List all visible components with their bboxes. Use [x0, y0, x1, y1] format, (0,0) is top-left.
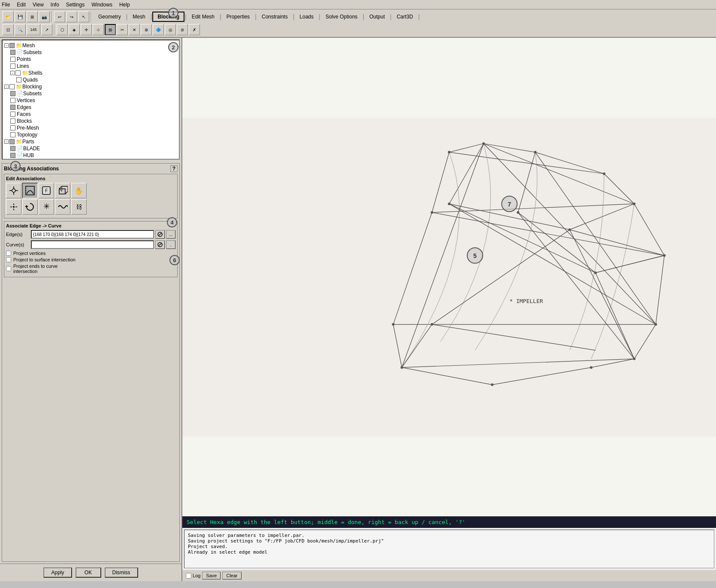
assoc-btn-hand[interactable]: ✋ [71, 183, 87, 198]
tab-solve[interactable]: Solve Options [321, 12, 363, 22]
tb-blk-5-active[interactable]: ⊞ [105, 24, 116, 35]
check-vertices[interactable] [10, 98, 15, 103]
edges-dots-btn[interactable]: ... [166, 230, 175, 239]
assoc-btn-rotate[interactable] [22, 199, 38, 215]
tree-item-hub[interactable]: 📄 HUB [4, 152, 177, 159]
check-hub[interactable] [10, 153, 15, 158]
check-parts[interactable] [9, 139, 15, 144]
tree-item-blade[interactable]: 📄 BLADE [4, 145, 177, 152]
check-blocking[interactable] [9, 84, 15, 89]
tab-properties[interactable]: Properties [222, 12, 255, 22]
check-faces[interactable] [10, 112, 15, 117]
tb-cursor[interactable]: ↖ [78, 11, 89, 22]
tree-item-edges[interactable]: Edges [4, 104, 177, 111]
check-edges[interactable] [10, 105, 15, 110]
tb-145[interactable]: 145 [27, 24, 40, 35]
expand-blocking[interactable]: - [4, 85, 9, 89]
project-ends-check[interactable] [6, 266, 11, 271]
check-shells[interactable] [15, 70, 21, 76]
tb-open[interactable]: 📂 [3, 11, 14, 22]
viewport[interactable]: * IMPELLER 5 7 [182, 38, 716, 516]
menu-view[interactable]: View [33, 2, 44, 8]
tb-grid[interactable]: ⊞ [27, 11, 38, 22]
assoc-btn-vertex[interactable] [6, 183, 21, 198]
tb-blk-7[interactable]: ✕ [129, 24, 140, 35]
tree-item-subsets1[interactable]: 📄 Subsets [4, 49, 177, 56]
tb-arrow[interactable]: ↗ [41, 24, 52, 35]
tree-item-quads[interactable]: Quads [4, 76, 177, 83]
tb-blk-11[interactable]: ⊘ [177, 24, 188, 35]
tb-save[interactable]: 💾 [15, 11, 26, 22]
ok-button[interactable]: OK [76, 567, 101, 578]
tb-redo[interactable]: ↪ [66, 11, 77, 22]
tree-item-topology[interactable]: Topology [4, 131, 177, 138]
tab-mesh[interactable]: Mesh [128, 12, 150, 22]
tb-blk-12[interactable]: ✗ [189, 24, 200, 35]
tab-edit-mesh[interactable]: Edit Mesh [187, 12, 219, 22]
project-vertices-check[interactable] [6, 251, 11, 256]
tree-item-shells[interactable]: - 📁 Shells [4, 70, 177, 76]
tb-zoom-in[interactable]: 🔍 [15, 24, 26, 35]
menu-settings[interactable]: Settings [66, 2, 85, 8]
assoc-btn-chain[interactable]: ⛓ [71, 199, 87, 215]
expand-shells[interactable]: - [10, 71, 15, 75]
check-points[interactable] [10, 57, 15, 62]
menu-edit[interactable]: Edit [17, 2, 26, 8]
tb-blk-1[interactable]: ⬡ [57, 24, 68, 35]
check-blade[interactable] [10, 146, 15, 151]
menu-windows[interactable]: Windows [91, 2, 112, 8]
menu-help[interactable]: Help [119, 2, 130, 8]
tree-item-faces[interactable]: Faces [4, 111, 177, 118]
apply-button[interactable]: Apply [43, 567, 72, 578]
edges-input[interactable] [31, 230, 154, 239]
curves-input[interactable] [31, 240, 154, 249]
check-mesh[interactable] [9, 43, 15, 48]
log-checkbox[interactable] [186, 573, 191, 579]
assoc-btn-star2[interactable] [6, 199, 21, 215]
check-quads[interactable] [16, 77, 21, 82]
check-blocks[interactable] [10, 118, 15, 124]
check-subsets1[interactable] [10, 50, 15, 55]
tree-item-parts[interactable]: - 📁 Parts [4, 138, 177, 145]
expand-parts[interactable]: - [4, 139, 9, 144]
check-lines[interactable] [10, 64, 15, 69]
tree-item-blocks[interactable]: Blocks [4, 118, 177, 124]
tree-item-premesh[interactable]: Pre-Mesh [4, 124, 177, 131]
assoc-btn-edge-curve[interactable] [22, 183, 38, 198]
assoc-btn-face[interactable]: F [39, 183, 54, 198]
tb-blk-10[interactable]: ◎ [165, 24, 176, 35]
expand-mesh[interactable]: - [4, 43, 9, 48]
dismiss-button[interactable]: Dismiss [105, 567, 138, 578]
tb-blk-3[interactable]: ✛ [81, 24, 92, 35]
tree-item-points[interactable]: Points [4, 56, 177, 63]
tree-view[interactable]: - 📁 Mesh 📄 Subsets Points Lines [2, 39, 180, 160]
tab-output[interactable]: Output [365, 12, 390, 22]
tb-blk-9[interactable]: 🔷 [153, 24, 164, 35]
tree-item-blk-subsets[interactable]: 📄 Subsets [4, 90, 177, 97]
tb-blk-2[interactable]: ◈ [69, 24, 80, 35]
tree-item-blocking[interactable]: - 📁 Blocking [4, 83, 177, 90]
check-topology[interactable] [10, 132, 15, 137]
curves-dots-btn[interactable]: . [166, 240, 175, 249]
check-premesh[interactable] [10, 125, 15, 130]
assoc-btn-wave[interactable] [55, 199, 70, 215]
tree-item-mesh[interactable]: - 📁 Mesh [4, 42, 177, 49]
blocking-assoc-help[interactable]: ? [170, 165, 178, 172]
tb-blk-4[interactable]: ⊹ [93, 24, 104, 35]
project-surface-check[interactable] [6, 257, 11, 262]
tb-zoom-fit[interactable]: ⊡ [3, 24, 14, 35]
tab-geometry[interactable]: Geometry [94, 12, 126, 22]
save-console-button[interactable]: Save [202, 572, 221, 579]
clear-console-button[interactable]: Clear [222, 572, 241, 579]
tab-cart3d[interactable]: Cart3D [392, 12, 418, 22]
menu-file[interactable]: File [2, 2, 10, 8]
assoc-btn-block[interactable] [55, 183, 70, 198]
curves-select-btn[interactable] [155, 240, 165, 249]
edges-select-btn[interactable] [155, 230, 165, 239]
tb-blk-6[interactable]: ✂ [117, 24, 128, 35]
tb-undo[interactable]: ↩ [54, 11, 65, 22]
tab-loads[interactable]: Loads [295, 12, 318, 22]
tab-constraints[interactable]: Constraints [257, 12, 293, 22]
tree-item-lines[interactable]: Lines [4, 63, 177, 70]
check-blk-subsets[interactable] [10, 91, 15, 96]
